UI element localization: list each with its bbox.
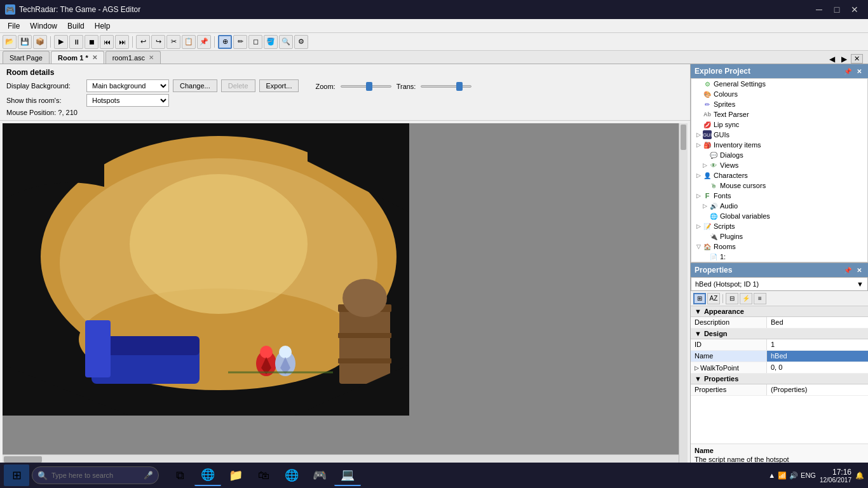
plugins-icon: 🔌 (709, 232, 718, 241)
toolbar-cut[interactable]: ✂ (166, 35, 180, 49)
tree-item-rooms[interactable]: ▽ 🏠 Rooms (691, 241, 867, 252)
tab-room1-asc[interactable]: room1.asc ✕ (105, 51, 161, 64)
minimize-button[interactable]: ─ (811, 3, 827, 16)
taskbar-edge[interactable]: 🌐 (194, 464, 221, 486)
toolbar-pause[interactable]: ⏸ (69, 35, 83, 49)
toolbar-redo[interactable]: ↪ (151, 35, 165, 49)
toolbar-copy[interactable]: 📋 (182, 35, 196, 49)
prop-id[interactable]: ID 1 (691, 339, 868, 351)
tree-item-sprites[interactable]: ✏ Sprites (691, 99, 867, 109)
toolbar-next[interactable]: ⏭ (115, 35, 129, 49)
zoom-label: Zoom: (315, 83, 335, 90)
toolbar-open[interactable]: 📂 (3, 35, 17, 49)
prop-properties[interactable]: Properties (Properties) (691, 384, 868, 396)
toolbar-run[interactable]: ▶ (54, 35, 68, 49)
notification-icon[interactable]: 🔔 (855, 471, 864, 480)
title-bar: 🎮 TechRadar: The Game - AGS Editor ─ □ ✕ (0, 0, 868, 19)
tab-start-page[interactable]: Start Page (3, 51, 50, 64)
toolbar-stop[interactable]: ⏹ (85, 35, 98, 49)
taskbar-store[interactable]: 🛍 (250, 464, 277, 486)
tree-item-plugins[interactable]: 🔌 Plugins (691, 231, 867, 241)
prop-view3[interactable]: ≡ (754, 293, 766, 304)
show-rooms-label: Show this room's: (6, 97, 83, 104)
tree-item-global-variables[interactable]: 🌐 Global variables (691, 211, 867, 221)
toolbar-undo[interactable]: ↩ (136, 35, 150, 49)
room-canvas-container[interactable] (3, 123, 688, 463)
tree-item-characters[interactable]: ▷ 👤 Characters (691, 170, 867, 180)
toolbar-erase[interactable]: ◻ (248, 35, 262, 49)
vertical-scrollbar[interactable] (679, 123, 688, 463)
show-rooms-select[interactable]: Hotspots (86, 94, 169, 107)
prop-sort-alpha[interactable]: AZ (707, 293, 720, 304)
tree-item-general-settings[interactable]: ⚙ General Settings (691, 79, 867, 89)
change-button[interactable]: Change... (173, 79, 217, 92)
display-background-select[interactable]: Main background (86, 79, 169, 92)
tree-item-fonts[interactable]: ▷ F Fonts (691, 191, 867, 201)
taskbar-task-view[interactable]: ⧉ (166, 464, 193, 486)
close-prop-button[interactable]: ✕ (854, 265, 864, 275)
tree-item-guis[interactable]: ▷ GUI GUIs (691, 130, 867, 140)
export-button[interactable]: Export... (259, 79, 299, 92)
tree-item-dialogs[interactable]: 💬 Dialogs (691, 150, 867, 160)
prop-view2[interactable]: ⚡ (740, 293, 752, 304)
toolbar-fill[interactable]: 🪣 (264, 35, 278, 49)
tab-room1-close[interactable]: ✕ (92, 54, 97, 61)
prop-description[interactable]: Description Bed (691, 317, 868, 329)
menu-file[interactable]: File (3, 20, 25, 32)
pin-button[interactable]: 📌 (843, 66, 853, 76)
collapse-design[interactable]: ▼ (695, 330, 702, 337)
taskbar-search[interactable]: 🔍 🎤 (32, 466, 159, 484)
search-input[interactable] (51, 471, 140, 479)
taskbar-ags[interactable]: 💻 (334, 464, 361, 486)
toolbar-settings[interactable]: ⚙ (294, 35, 308, 49)
tree-item-audio[interactable]: ▷ 🔊 Audio (691, 201, 867, 211)
tree-item-views[interactable]: ▷ 👁 Views (691, 160, 867, 170)
tree-item-colours[interactable]: 🎨 Colours (691, 89, 867, 99)
maximize-button[interactable]: □ (829, 3, 845, 16)
tree-item-inventory[interactable]: ▷ 🎒 Inventory items (691, 140, 867, 150)
collapse-appearance[interactable]: ▼ (695, 308, 702, 315)
tree-item-text-parser[interactable]: Ab Text Parser (691, 109, 867, 119)
close-explore-button[interactable]: ✕ (854, 66, 864, 76)
toolbar-prev[interactable]: ⏮ (100, 35, 114, 49)
toolbar-paste[interactable]: 📌 (197, 35, 211, 49)
pin-prop-button[interactable]: 📌 (843, 265, 853, 275)
tabs-scroll-left[interactable]: ◀ (827, 55, 837, 64)
toolbar-zoom[interactable]: 🔍 (279, 35, 293, 49)
network-icon: 📶 (778, 471, 787, 480)
menu-build[interactable]: Build (62, 20, 90, 32)
start-button[interactable]: ⊞ (4, 464, 29, 486)
toolbar-export[interactable]: 📦 (33, 35, 47, 49)
horizontal-scrollbar[interactable] (3, 454, 679, 463)
tabs-scroll-right[interactable]: ▶ (839, 55, 850, 64)
taskbar-app-6[interactable]: 🎮 (306, 464, 333, 486)
toolbar-draw[interactable]: ✏ (233, 35, 247, 49)
tree-item-mouse-cursors[interactable]: 🖱 Mouse cursors (691, 180, 867, 191)
menu-help[interactable]: Help (90, 20, 116, 32)
guis-icon: GUI (703, 130, 712, 139)
expand-walkto[interactable]: ▷ (695, 365, 699, 371)
tab-room1[interactable]: Room 1 * ✕ (51, 51, 104, 64)
taskbar-chrome[interactable]: 🌐 (278, 464, 305, 486)
prop-sort-category[interactable]: ⊞ (693, 293, 706, 304)
prop-walkto[interactable]: ▷WalkToPoint 0, 0 (691, 362, 868, 374)
zoom-slider[interactable] (341, 85, 391, 88)
tree-item-room-1[interactable]: 📄 1: (691, 252, 867, 262)
menu-window[interactable]: Window (25, 20, 62, 32)
taskbar-clock[interactable]: 17:16 12/06/2017 (820, 468, 851, 484)
collapse-properties[interactable]: ▼ (695, 375, 702, 383)
prop-name[interactable]: Name hBed (691, 351, 868, 362)
prop-view1[interactable]: ⊟ (726, 293, 738, 304)
tray-arrow[interactable]: ▲ (768, 471, 775, 479)
property-selector[interactable]: hBed (Hotspot; ID 1) ▼ (691, 277, 868, 291)
toolbar-save[interactable]: 💾 (18, 35, 32, 49)
tab-close-active[interactable]: ✕ (851, 54, 863, 64)
toolbar-select[interactable]: ⊕ (218, 35, 232, 49)
trans-slider[interactable] (421, 85, 471, 88)
taskbar-explorer[interactable]: 📁 (222, 464, 249, 486)
tree-item-lip-sync[interactable]: 💋 Lip sync (691, 119, 867, 130)
close-button[interactable]: ✕ (846, 3, 863, 16)
tree-item-scripts[interactable]: ▷ 📝 Scripts (691, 221, 867, 231)
tab-room1asc-close[interactable]: ✕ (149, 54, 154, 61)
delete-button[interactable]: Delete (221, 79, 255, 92)
